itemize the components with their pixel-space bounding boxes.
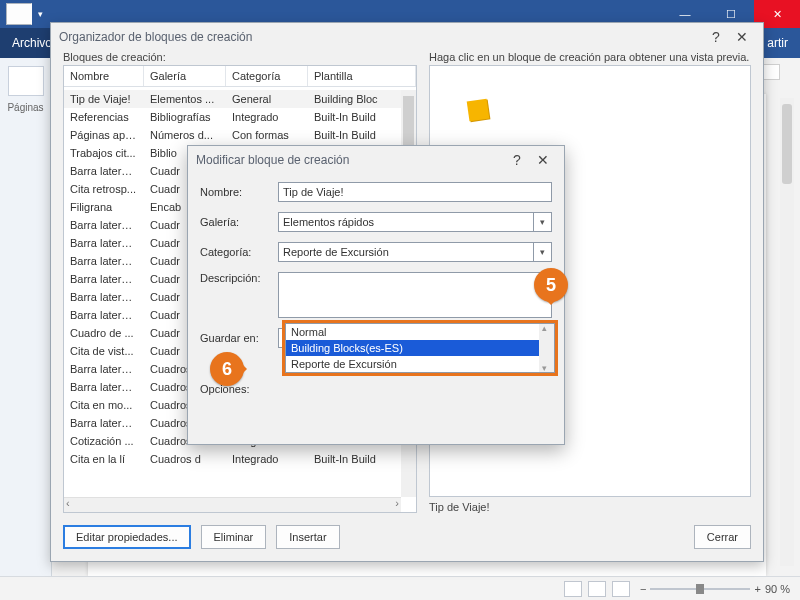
preview-label: Haga clic en un bloque de creación para … [429,51,751,63]
vertical-scrollbar[interactable] [780,98,794,566]
zoom-slider[interactable] [650,588,750,590]
table-row[interactable]: Cita en la líCuadros dIntegradoBuilt-In … [64,450,401,468]
label-gallery: Galería: [200,216,278,228]
callout-6: 6 [210,352,244,386]
label-category: Categoría: [200,246,278,258]
table-row[interactable]: Tip de Viaje!Elementos ...GeneralBuildin… [64,90,401,108]
col-gallery[interactable]: Galería [144,66,226,86]
dropdown-option[interactable]: Reporte de Excursión [286,356,554,372]
dropdown-scrollbar[interactable] [539,324,554,372]
zoom-level[interactable]: 90 % [765,583,790,595]
modify-dialog-title: Modificar bloque de creación [196,153,349,167]
delete-button[interactable]: Eliminar [201,525,267,549]
callout-5: 5 [534,268,568,302]
nav-label: Páginas [7,102,43,113]
navigation-pane: Páginas [0,58,52,576]
category-select[interactable]: Reporte de Excursión▾ [278,242,552,262]
col-template[interactable]: Plantilla [308,66,416,86]
chevron-down-icon[interactable]: ▾ [533,213,551,231]
status-bar: − + 90 % [0,576,800,600]
col-category[interactable]: Categoría [226,66,308,86]
insert-button[interactable]: Insertar [276,525,339,549]
preview-block-name: Tip de Viaje! [429,497,751,513]
modify-help-button[interactable]: ? [504,152,530,168]
label-savein: Guardar en: [200,332,278,344]
view-readmode-icon[interactable] [564,581,582,597]
sticky-note-icon [467,99,490,122]
label-description: Descripción: [200,272,278,284]
savein-dropdown-list[interactable]: NormalBuilding Blocks(es-ES)Reporte de E… [285,323,555,373]
modify-close-button[interactable]: ✕ [530,152,556,168]
table-row[interactable]: Páginas apil...Números d...Con formasBui… [64,126,401,144]
zoom-in-button[interactable]: + [754,583,760,595]
page-thumbnail[interactable] [8,66,44,96]
label-options: Opciones: [200,383,278,395]
dropdown-option[interactable]: Normal [286,324,554,340]
qat-chevron-icon[interactable]: ▾ [38,9,43,19]
gallery-select[interactable]: Elementos rápidos▾ [278,212,552,232]
table-row[interactable]: ReferenciasBibliografíasIntegradoBuilt-I… [64,108,401,126]
view-print-icon[interactable] [588,581,606,597]
description-input[interactable] [278,272,552,318]
table-header[interactable]: Nombre Galería Categoría Plantilla [64,66,416,87]
name-input[interactable]: Tip de Viaje! [278,182,552,202]
save-icon[interactable] [6,3,32,25]
edit-properties-button[interactable]: Editar propiedades... [63,525,191,549]
share-tab[interactable]: artir [767,28,788,58]
organizer-close-button[interactable]: ✕ [729,29,755,45]
dropdown-option[interactable]: Building Blocks(es-ES) [286,340,554,356]
chevron-down-icon[interactable]: ▾ [533,243,551,261]
table-hscroll[interactable] [64,497,401,512]
zoom-out-button[interactable]: − [640,583,646,595]
col-name[interactable]: Nombre [64,66,144,86]
organizer-dialog-title: Organizador de bloques de creación [59,30,252,44]
modify-building-block-dialog: Modificar bloque de creación ? ✕ Nombre:… [187,145,565,445]
label-name: Nombre: [200,186,278,198]
organizer-help-button[interactable]: ? [703,29,729,45]
close-dialog-button[interactable]: Cerrar [694,525,751,549]
view-web-icon[interactable] [612,581,630,597]
callout-frame: NormalBuilding Blocks(es-ES)Reporte de E… [282,320,558,376]
organizer-list-label: Bloques de creación: [63,51,417,63]
